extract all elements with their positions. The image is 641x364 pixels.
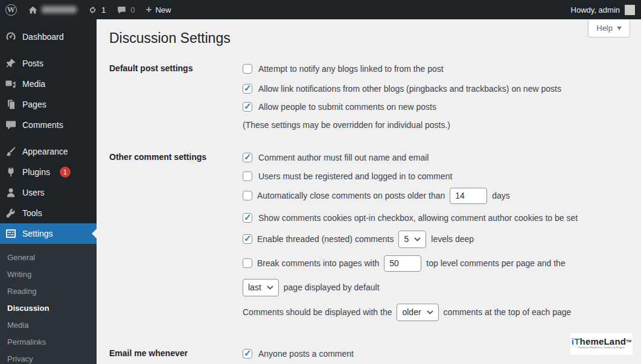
- checkbox-break-comments[interactable]: [243, 258, 252, 268]
- checkbox-cookies-optin[interactable]: [243, 213, 252, 223]
- new-content-button[interactable]: + New: [140, 0, 176, 19]
- submenu-item-discussion[interactable]: Discussion: [0, 299, 97, 316]
- chevron-down-icon: [617, 27, 622, 33]
- sidebar-item-pages[interactable]: Pages: [0, 94, 97, 115]
- setting-default-page: last page displayed by default: [243, 278, 629, 296]
- setting-allow-comments: Allow people to submit comments on new p…: [243, 101, 629, 113]
- checkbox-anyone-posts-comment[interactable]: [243, 349, 252, 359]
- setting-label: Break comments into pages with: [257, 258, 379, 268]
- brand-rest: hemeLand: [580, 336, 627, 346]
- menu-separator: [0, 135, 97, 141]
- sidebar-item-label: Posts: [22, 59, 43, 68]
- submenu-item-general[interactable]: General: [0, 249, 97, 266]
- sidebar-item-tools[interactable]: Tools: [0, 203, 97, 223]
- sidebar-item-comments[interactable]: Comments: [0, 115, 97, 135]
- sidebar-item-label: Comments: [22, 120, 63, 130]
- site-link[interactable]: [22, 0, 82, 19]
- checkbox-allow-comments[interactable]: [243, 102, 252, 112]
- chevron-down-icon: [427, 310, 433, 315]
- setting-label: Comment author must fill out name and em…: [258, 153, 429, 162]
- sidebar-item-label: Tools: [22, 208, 42, 218]
- chevron-down-icon: [414, 237, 421, 241]
- pages-icon: [5, 98, 17, 110]
- active-menu-arrow: [92, 229, 97, 238]
- comments-moderation-button[interactable]: 0: [111, 0, 140, 19]
- checkbox-notify-blogs[interactable]: [243, 64, 252, 74]
- settings-submenu: General Writing Reading Discussion Media…: [0, 244, 97, 364]
- site-name-redacted: [42, 6, 77, 13]
- wordpress-menu-button[interactable]: W: [0, 0, 22, 19]
- settings-icon: [5, 228, 17, 240]
- section-label: Default post settings: [109, 63, 243, 152]
- themeland-logo: iThemeLandTM Premium WordPress Themes & …: [570, 333, 633, 355]
- setting-label: Allow people to submit comments on new p…: [258, 102, 436, 112]
- note-text: (These settings may be overridden for in…: [243, 120, 450, 130]
- sidebar-item-label: Dashboard: [22, 32, 64, 42]
- submenu-item-reading[interactable]: Reading: [0, 283, 97, 299]
- setting-label: Allow link notifications from other blog…: [258, 84, 561, 94]
- sidebar-item-label: Users: [22, 188, 45, 197]
- submenu-item-writing[interactable]: Writing: [0, 266, 97, 283]
- admin-bar: W 1 0 + New Howdy, admin: [0, 0, 641, 19]
- comment-order-select[interactable]: older: [397, 304, 438, 321]
- sidebar-item-settings[interactable]: Settings: [0, 223, 97, 244]
- wordpress-logo-icon: W: [5, 4, 17, 16]
- section-label: Other comment settings: [109, 152, 243, 348]
- submenu-item-privacy[interactable]: Privacy: [0, 350, 97, 364]
- updates-count: 1: [101, 5, 106, 14]
- help-button[interactable]: Help: [588, 19, 630, 37]
- checkbox-threaded-comments[interactable]: [243, 234, 252, 244]
- checkbox-users-registered[interactable]: [243, 171, 252, 181]
- sidebar-item-dashboard[interactable]: Dashboard: [0, 27, 97, 47]
- setting-label: Users must be registered and logged in t…: [258, 171, 452, 181]
- default-comments-page-select[interactable]: last: [243, 279, 279, 296]
- sidebar-item-posts[interactable]: Posts: [0, 53, 97, 74]
- sidebar-item-label: Settings: [22, 229, 53, 238]
- comments-per-page-input[interactable]: [384, 255, 421, 272]
- setting-label-suffix: page displayed by default: [284, 283, 380, 292]
- section-default-post-settings: Default post settings Attempt to notify …: [109, 63, 629, 152]
- brand-prefix: iT: [572, 336, 580, 346]
- setting-notify-blogs: Attempt to notify any blogs linked to fr…: [243, 63, 629, 75]
- sidebar-item-plugins[interactable]: Plugins 1: [0, 162, 97, 182]
- avatar[interactable]: [625, 5, 635, 15]
- media-icon: [5, 78, 17, 90]
- sidebar-item-label: Appearance: [22, 147, 68, 156]
- close-comments-days-input[interactable]: [450, 188, 487, 204]
- posts-icon: [5, 57, 17, 69]
- submenu-item-permalinks[interactable]: Permalinks: [0, 333, 97, 350]
- plus-icon: +: [145, 4, 151, 14]
- thread-depth-select[interactable]: 5: [398, 231, 426, 248]
- brand-trademark: TM: [626, 339, 631, 343]
- comments-icon: [5, 119, 17, 131]
- setting-label: Attempt to notify any blogs linked to fr…: [258, 64, 444, 74]
- home-icon: [28, 5, 38, 15]
- sidebar-item-users[interactable]: Users: [0, 182, 97, 203]
- setting-threaded-comments: Enable threaded (nested) comments 5 leve…: [243, 230, 629, 248]
- setting-users-registered: Users must be registered and logged in t…: [243, 170, 629, 182]
- sidebar-item-label: Pages: [22, 100, 46, 109]
- setting-author-must-fill: Comment author must fill out name and em…: [243, 152, 629, 164]
- appearance-icon: [5, 145, 17, 158]
- setting-label: Automatically close comments on posts ol…: [257, 191, 445, 200]
- setting-allow-pingbacks: Allow link notifications from other blog…: [243, 83, 629, 95]
- setting-label: Comments should be displayed with the: [243, 307, 392, 317]
- updates-button[interactable]: 1: [82, 0, 111, 19]
- checkbox-allow-pingbacks[interactable]: [243, 84, 252, 94]
- setting-label: Enable threaded (nested) comments: [257, 234, 394, 244]
- sidebar-item-label: Media: [22, 79, 45, 89]
- setting-label-suffix: levels deep: [431, 234, 474, 244]
- sidebar-item-appearance[interactable]: Appearance: [0, 141, 97, 162]
- setting-label-suffix: days: [492, 191, 510, 200]
- checkbox-auto-close[interactable]: [243, 191, 252, 200]
- checkbox-author-must-fill[interactable]: [243, 153, 252, 162]
- submenu-item-media[interactable]: Media: [0, 316, 97, 333]
- comments-bubble-icon: [116, 5, 127, 15]
- setting-auto-close: Automatically close comments on posts ol…: [243, 187, 629, 205]
- users-icon: [5, 187, 17, 199]
- sidebar-item-media[interactable]: Media: [0, 74, 97, 94]
- themeland-brand-text: iThemeLandTM: [572, 337, 631, 346]
- howdy-account-link[interactable]: Howdy, admin: [571, 5, 620, 14]
- setting-break-comments: Break comments into pages with top level…: [243, 254, 629, 272]
- page-title: Discussion Settings: [109, 29, 629, 47]
